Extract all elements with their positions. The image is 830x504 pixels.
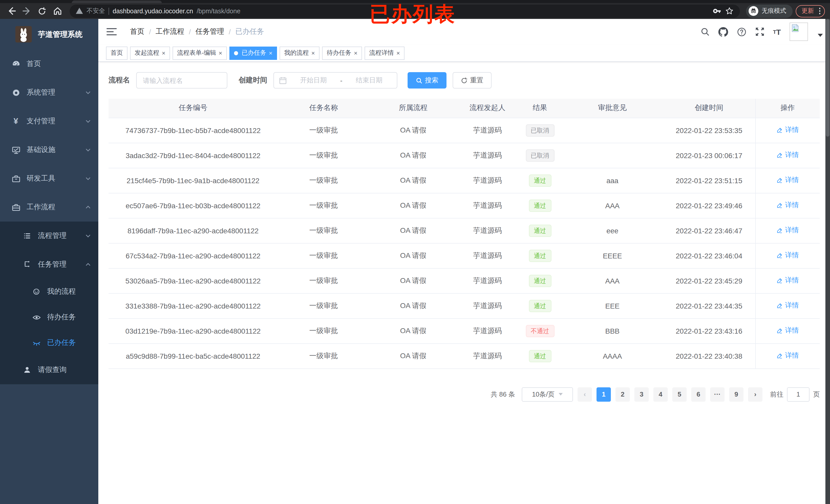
detail-button[interactable]: 详情 bbox=[776, 176, 799, 185]
status-badge: 不通过 bbox=[525, 325, 554, 337]
tab-start-process[interactable]: 发起流程 bbox=[130, 46, 170, 60]
search-button[interactable]: 搜索 bbox=[408, 72, 446, 89]
browser-scrollbar[interactable] bbox=[825, 19, 830, 504]
tab-form-edit[interactable]: 流程表单-编辑 bbox=[172, 46, 227, 60]
page-size-select[interactable]: 10条/页 bbox=[522, 387, 573, 401]
edit-pen-icon bbox=[776, 352, 783, 359]
sidebar-toggle-icon[interactable] bbox=[106, 28, 117, 36]
refresh-icon bbox=[461, 77, 468, 83]
tab-process-detail[interactable]: 流程详情 bbox=[364, 46, 405, 60]
search-icon[interactable] bbox=[700, 27, 709, 36]
close-icon[interactable] bbox=[311, 50, 315, 56]
breadcrumb-task-mgmt[interactable]: 任务管理 bbox=[196, 27, 224, 36]
sidebar-item-label: 待办任务 bbox=[47, 313, 76, 322]
sidebar-item-system[interactable]: 系统管理 bbox=[0, 78, 98, 107]
table-row: 3adac3d2-7b9d-11ec-8404-acde48001122 一级审… bbox=[108, 143, 820, 168]
detail-button[interactable]: 详情 bbox=[776, 201, 799, 210]
page-button-9[interactable]: 9 bbox=[729, 387, 743, 401]
home-icon[interactable] bbox=[51, 5, 63, 17]
status-badge: 通过 bbox=[529, 224, 551, 237]
edit-pen-icon bbox=[776, 277, 783, 284]
tab-done-tasks[interactable]: 已办任务 bbox=[229, 46, 277, 60]
forward-icon[interactable] bbox=[21, 5, 33, 17]
back-icon[interactable] bbox=[5, 5, 18, 17]
chrome-menu-icon[interactable] bbox=[818, 7, 821, 15]
page-more-button[interactable]: ··· bbox=[710, 387, 725, 401]
bookmark-star-icon[interactable] bbox=[725, 7, 733, 15]
close-icon[interactable] bbox=[396, 50, 400, 56]
goto-page-input[interactable] bbox=[787, 387, 809, 401]
sidebar-item-home[interactable]: 首页 bbox=[0, 49, 98, 78]
detail-button[interactable]: 详情 bbox=[776, 151, 799, 160]
sidebar-item-process-mgmt[interactable]: 流程管理 bbox=[0, 222, 98, 250]
reset-button[interactable]: 重置 bbox=[453, 72, 491, 89]
breadcrumb-home[interactable]: 首页 bbox=[130, 27, 145, 36]
close-icon[interactable] bbox=[269, 50, 273, 56]
detail-button[interactable]: 详情 bbox=[776, 226, 799, 235]
password-key-icon[interactable] bbox=[712, 7, 721, 15]
sidebar-item-leave-query[interactable]: 请假查询 bbox=[0, 356, 98, 384]
main-content: 首页 / 工作流程 / 任务管理 / 已办任务 bbox=[98, 19, 830, 504]
page-button-4[interactable]: 4 bbox=[653, 387, 668, 401]
prev-page-button[interactable]: ‹ bbox=[578, 387, 592, 401]
detail-button[interactable]: 详情 bbox=[776, 326, 799, 335]
task-id: 03d1219e-7b9a-11ec-a290-acde48001122 bbox=[108, 318, 278, 343]
process-name-input[interactable] bbox=[136, 72, 227, 89]
sidebar-item-label: 流程管理 bbox=[38, 231, 67, 240]
sidebar-item-my-process[interactable]: 我的流程 bbox=[0, 279, 98, 304]
task-starter: 芋道源码 bbox=[457, 243, 518, 268]
help-icon[interactable] bbox=[737, 27, 746, 37]
detail-button[interactable]: 详情 bbox=[776, 276, 799, 285]
task-opinion: AAA bbox=[562, 193, 663, 218]
detail-button[interactable]: 详情 bbox=[776, 301, 799, 310]
close-icon[interactable] bbox=[162, 50, 165, 56]
search-icon bbox=[416, 77, 422, 83]
close-icon[interactable] bbox=[354, 50, 357, 56]
page-button-1[interactable]: 1 bbox=[597, 387, 611, 401]
app-logo-row[interactable]: 芋道管理系统 bbox=[0, 19, 98, 49]
task-process: OA 请假 bbox=[370, 168, 457, 193]
sidebar-item-payment[interactable]: ¥ 支付管理 bbox=[0, 107, 98, 136]
table-row: 8196daff-7b9a-11ec-a290-acde48001122 一级审… bbox=[108, 218, 820, 243]
avatar[interactable] bbox=[790, 23, 808, 41]
fullscreen-icon[interactable] bbox=[755, 27, 764, 36]
font-size-icon[interactable]: TT bbox=[773, 27, 781, 36]
col-created: 创建时间 bbox=[663, 99, 755, 118]
sidebar-item-devtools[interactable]: 研发工具 bbox=[0, 164, 98, 193]
page-button-2[interactable]: 2 bbox=[615, 387, 630, 401]
breadcrumb-workflow[interactable]: 工作流程 bbox=[156, 27, 184, 36]
sidebar-item-todo-tasks[interactable]: 待办任务 bbox=[0, 304, 98, 330]
table-row: 74736737-7b9b-11ec-b5b7-acde48001122 一级审… bbox=[108, 118, 820, 143]
detail-button[interactable]: 详情 bbox=[776, 351, 799, 361]
page-button-5[interactable]: 5 bbox=[672, 387, 687, 401]
avatar-caret-icon[interactable] bbox=[818, 34, 823, 37]
github-icon[interactable] bbox=[718, 27, 728, 37]
reload-icon[interactable] bbox=[36, 5, 48, 17]
next-page-button[interactable]: › bbox=[748, 387, 762, 401]
close-icon[interactable] bbox=[219, 50, 222, 56]
sidebar-item-infrastructure[interactable]: 基础设施 bbox=[0, 136, 98, 164]
incognito-badge: 无痕模式 bbox=[746, 4, 792, 18]
sidebar-item-task-mgmt[interactable]: 任务管理 bbox=[0, 250, 98, 279]
date-range-input[interactable]: 开始日期 - 结束日期 bbox=[274, 72, 397, 89]
task-opinion: eee bbox=[562, 218, 663, 243]
detail-button[interactable]: 详情 bbox=[776, 126, 799, 135]
tab-my-process[interactable]: 我的流程 bbox=[280, 46, 320, 60]
sidebar-item-label: 支付管理 bbox=[27, 117, 55, 126]
yen-icon: ¥ bbox=[11, 117, 21, 125]
status-badge: 通过 bbox=[529, 350, 551, 362]
page-button-6[interactable]: 6 bbox=[691, 387, 706, 401]
tab-home[interactable]: 首页 bbox=[106, 46, 127, 60]
url-divider bbox=[108, 7, 109, 14]
tab-todo-tasks[interactable]: 待办任务 bbox=[322, 46, 362, 60]
page-button-3[interactable]: 3 bbox=[634, 387, 649, 401]
task-id: 53026aa5-7b9a-11ec-a290-acde48001122 bbox=[108, 268, 278, 293]
sidebar-item-workflow[interactable]: 工作流程 bbox=[0, 193, 98, 222]
browser-tab[interactable] bbox=[72, 1, 162, 3]
task-opinion: aaa bbox=[562, 168, 663, 193]
status-badge: 已取消 bbox=[525, 149, 554, 161]
sidebar-item-done-tasks[interactable]: 已办任务 bbox=[0, 330, 98, 356]
task-opinion: AAAA bbox=[562, 343, 663, 368]
update-button[interactable]: 更新 bbox=[795, 5, 825, 17]
detail-button[interactable]: 详情 bbox=[776, 251, 799, 260]
